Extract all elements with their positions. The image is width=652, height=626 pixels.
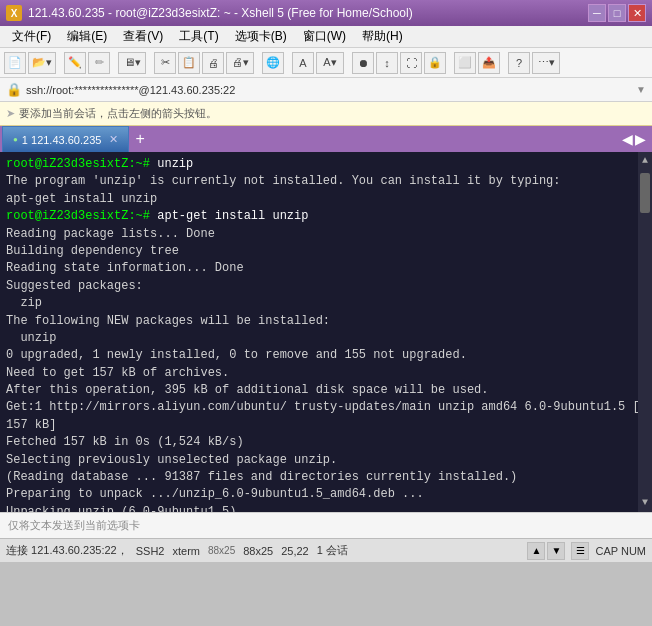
tab-bar: ● 1 121.43.60.235 ✕ + ◀ ▶ (0, 126, 652, 152)
status-encoding: xterm (172, 545, 200, 557)
capslock-text: CAP NUM (595, 545, 646, 557)
menu-bar: 文件(F) 编辑(E) 查看(V) 工具(T) 选项卡(B) 窗口(W) 帮助(… (0, 26, 652, 48)
window-controls: ─ □ ✕ (588, 4, 646, 22)
toolbar-new[interactable]: 📄 (4, 52, 26, 74)
status-connected: 连接 121.43.60.235:22， (6, 543, 128, 558)
toolbar-print[interactable]: 🖨 (202, 52, 224, 74)
tab-nav: ◀ ▶ (622, 126, 650, 152)
tab-close-icon[interactable]: ✕ (109, 133, 118, 146)
toolbar-font[interactable]: A (292, 52, 314, 74)
new-tab-button[interactable]: + (129, 126, 150, 152)
status-connected-text: 连接 121.43.60.235:22， (6, 543, 128, 558)
scroll-down-btn[interactable]: ▼ (547, 542, 565, 560)
send-text-label: 仅将文本发送到当前选项卡 (8, 518, 140, 533)
app-icon: X (6, 5, 22, 21)
menu-edit[interactable]: 编辑(E) (59, 26, 115, 47)
status-right: ▲ ▼ ☰ CAP NUM (527, 542, 646, 560)
toolbar-globe[interactable]: 🌐 (262, 52, 284, 74)
toolbar: 📄 📂▾ ✏️ ✏ 🖥▾ ✂ 📋 🖨 🖨▾ 🌐 A A▾ ⏺ ↕ ⛶ 🔒 ⬜ 📤… (0, 48, 652, 78)
menu-file[interactable]: 文件(F) (4, 26, 59, 47)
minimize-button[interactable]: ─ (588, 4, 606, 22)
toolbar-edit2[interactable]: ✏ (88, 52, 110, 74)
address-bar: 🔒 ssh://root:***************@121.43.60.2… (0, 78, 652, 102)
status-input-area: 仅将文本发送到当前选项卡 (0, 512, 652, 538)
terminal-output: root@iZ23d3esixtZ:~# unzip The program '… (6, 156, 646, 512)
toolbar-transfer[interactable]: ↕ (376, 52, 398, 74)
status-cols-val: 88x25 (243, 545, 273, 557)
info-text: 要添加当前会话，点击左侧的箭头按钮。 (19, 106, 217, 121)
toolbar-font2[interactable]: A▾ (316, 52, 344, 74)
toolbar-cut[interactable]: ✂ (154, 52, 176, 74)
info-arrow-icon: ➤ (6, 107, 15, 120)
scroll-thumb[interactable] (640, 173, 650, 213)
toolbar-edit[interactable]: ✏️ (64, 52, 86, 74)
scroll-down-icon[interactable]: ▼ (640, 494, 650, 513)
toolbar-more[interactable]: ⋯▾ (532, 52, 560, 74)
menu-window[interactable]: 窗口(W) (295, 26, 354, 47)
toolbar-help[interactable]: ? (508, 52, 530, 74)
maximize-button[interactable]: □ (608, 4, 626, 22)
tab-label: 1 121.43.60.235 (22, 134, 102, 146)
toolbar-monitor[interactable]: 🖥▾ (118, 52, 146, 74)
terminal-window[interactable]: root@iZ23d3esixtZ:~# unzip The program '… (0, 152, 652, 512)
status-cols: 88x25 (208, 545, 235, 556)
address-text: ssh://root:***************@121.43.60.235… (26, 84, 632, 96)
toolbar-open[interactable]: 📂▾ (28, 52, 56, 74)
info-bar: ➤ 要添加当前会话，点击左侧的箭头按钮。 (0, 102, 652, 126)
menu-tools[interactable]: 工具(T) (171, 26, 226, 47)
menu-help[interactable]: 帮助(H) (354, 26, 411, 47)
toolbar-fullscreen[interactable]: ⛶ (400, 52, 422, 74)
scroll-up-btn[interactable]: ▲ (527, 542, 545, 560)
close-button[interactable]: ✕ (628, 4, 646, 22)
toolbar-print2[interactable]: 🖨▾ (226, 52, 254, 74)
scrollbar[interactable]: ▲ ▼ (638, 152, 652, 512)
status-protocol: SSH2 (136, 545, 165, 557)
toolbar-copy[interactable]: 📋 (178, 52, 200, 74)
toolbar-expand[interactable]: ⬜ (454, 52, 476, 74)
menu-tabs[interactable]: 选项卡(B) (227, 26, 295, 47)
address-dropdown-icon[interactable]: ▼ (636, 84, 646, 95)
tab-session[interactable]: ● 1 121.43.60.235 ✕ (2, 126, 129, 152)
status-bar: 连接 121.43.60.235:22， SSH2 xterm 88x25 88… (0, 538, 652, 562)
menu-view[interactable]: 查看(V) (115, 26, 171, 47)
scroll-buttons: ▲ ▼ (527, 542, 565, 560)
tab-dot: ● (13, 135, 18, 144)
scroll-up-icon[interactable]: ▲ (640, 152, 650, 171)
tab-nav-right[interactable]: ▶ (635, 131, 646, 147)
tab-nav-left[interactable]: ◀ (622, 131, 633, 147)
menu-btn[interactable]: ☰ (571, 542, 589, 560)
status-position: 25,22 (281, 545, 309, 557)
toolbar-record[interactable]: ⏺ (352, 52, 374, 74)
toolbar-send[interactable]: 📤 (478, 52, 500, 74)
status-sessions: 1 会话 (317, 543, 348, 558)
lock-icon: 🔒 (6, 82, 22, 97)
toolbar-lock[interactable]: 🔒 (424, 52, 446, 74)
title-bar: X 121.43.60.235 - root@iZ23d3esixtZ: ~ -… (0, 0, 652, 26)
window-title: 121.43.60.235 - root@iZ23d3esixtZ: ~ - X… (28, 6, 413, 20)
